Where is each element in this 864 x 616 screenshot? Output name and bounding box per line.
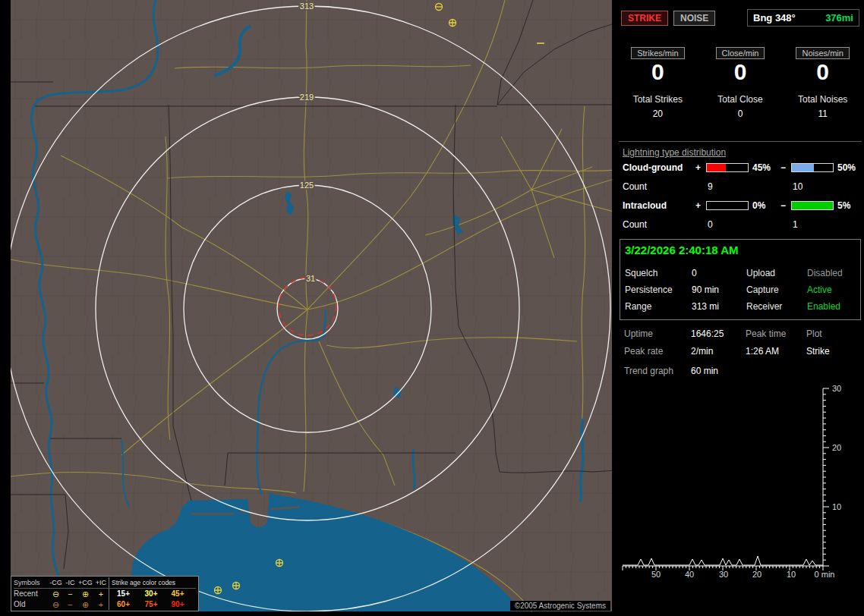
neg-ic-recent-icon: − xyxy=(63,589,77,599)
ring-label-313: 313 xyxy=(300,2,314,11)
ic-plus-percent: 0% xyxy=(749,200,780,211)
legend-symbols-header: Symbols xyxy=(14,577,49,588)
bearing-value: Bng 348° xyxy=(753,12,796,24)
trend-ytick-30: 30 xyxy=(832,384,841,393)
trend-graph-label: Trend graph xyxy=(624,366,691,376)
cloud-ground-label: Cloud-ground xyxy=(623,162,695,173)
trend-ytick-20: 20 xyxy=(832,443,841,452)
total-strikes-label: Total Strikes xyxy=(616,94,699,105)
ic-plus-gauge xyxy=(706,201,749,210)
cg-count-label: Count xyxy=(623,181,695,192)
cg-plus-count: 9 xyxy=(706,181,749,192)
uptime-value: 1646:25 xyxy=(691,328,746,339)
capture-status: Active xyxy=(807,284,856,295)
trend-xtick-50: 50 xyxy=(651,570,661,579)
positive-cg-strike-icon xyxy=(449,20,456,27)
legend-recent-label: Recent xyxy=(14,589,49,599)
section-divider xyxy=(619,141,862,142)
squelch-label: Squelch xyxy=(625,268,692,278)
age-30: 30+ xyxy=(137,589,165,599)
nexstorm-window: 313 219 125 31 Symbols -CG -IC +CG +IC S… xyxy=(0,0,864,616)
noises-per-min-value: 0 xyxy=(781,60,864,84)
ring-label-31: 31 xyxy=(306,274,315,283)
lightning-distribution: Lightning type distribution Cloud-ground… xyxy=(623,147,858,234)
positive-cg-strike-icon xyxy=(276,560,283,567)
total-noises-value: 11 xyxy=(781,108,864,119)
total-noises: Total Noises 11 xyxy=(781,94,864,119)
legend-old-label: Old xyxy=(14,599,49,610)
trend-trace xyxy=(623,556,823,565)
pos-ic-recent-icon: + xyxy=(93,589,109,599)
legend-col-neg-cg: -CG xyxy=(49,577,63,588)
mode-toolbar: STRIKE NOISE Bng 348° 376mi xyxy=(621,9,859,27)
age-60: 60+ xyxy=(109,599,137,610)
trend-y-ticks xyxy=(823,388,829,566)
pos-ic-old-icon: + xyxy=(93,599,109,610)
strikes-per-min-label: Strikes/min xyxy=(631,47,684,59)
total-counters: Total Strikes 20 Total Close 0 Total Noi… xyxy=(616,94,864,119)
copyright-text: ©2005 Astrogenic Systems xyxy=(510,601,610,611)
plus-sign: + xyxy=(695,162,706,173)
rate-counters: Strikes/min 0 Close/min 0 Noises/min 0 xyxy=(616,46,864,84)
total-strikes: Total Strikes 20 xyxy=(616,94,699,119)
trend-xtick-0: 0 min xyxy=(815,570,835,579)
receiver-status: Enabled xyxy=(807,301,856,312)
uptime-label: Uptime xyxy=(624,328,691,339)
total-close-value: 0 xyxy=(699,108,782,119)
neg-ic-old-icon: − xyxy=(63,599,77,610)
trend-graph-value: 60 min xyxy=(691,366,746,376)
cg-plus-percent: 45% xyxy=(749,162,780,173)
upload-status: Disabled xyxy=(807,268,856,278)
current-timestamp: 3/22/2026 2:40:18 AM xyxy=(625,244,856,256)
trend-xtick-10: 10 xyxy=(787,570,796,579)
capture-label: Capture xyxy=(746,284,807,295)
positive-cg-strike-icon xyxy=(215,587,222,594)
persistence-value: 90 min xyxy=(692,284,746,295)
noises-per-min-label: Noises/min xyxy=(796,47,849,59)
age-75: 75+ xyxy=(137,599,165,610)
cg-minus-percent: 50% xyxy=(834,162,864,173)
lightning-map: 313 219 125 31 Symbols -CG -IC +CG +IC S… xyxy=(11,0,612,611)
peak-rate-value: 2/min xyxy=(691,346,746,357)
trend-xtick-40: 40 xyxy=(685,570,694,579)
legend-col-pos-cg: +CG xyxy=(77,577,93,588)
plot-value: Strike xyxy=(806,346,861,357)
plot-label: Plot xyxy=(806,328,861,339)
close-per-min-value: 0 xyxy=(699,60,782,84)
ic-count-label: Count xyxy=(623,219,695,230)
noise-toggle-button[interactable]: NOISE xyxy=(673,11,715,26)
settings-grid: Squelch 0 Upload Disabled Persistence 90… xyxy=(625,268,856,312)
distance-value: 376mi xyxy=(825,12,853,24)
strike-toggle-button[interactable]: STRIKE xyxy=(621,11,668,26)
age-90: 90+ xyxy=(165,599,191,610)
minus-sign: − xyxy=(780,162,791,173)
persistence-label: Persistence xyxy=(625,284,692,295)
legend-col-neg-ic: -IC xyxy=(63,577,77,588)
ring-label-125: 125 xyxy=(300,181,314,190)
trend-graph: 30 20 10 50 40 30 20 10 0 min xyxy=(620,381,861,581)
pos-cg-recent-icon: ⊕ xyxy=(77,589,93,599)
legend-col-pos-ic: +IC xyxy=(93,577,109,588)
ic-minus-count: 1 xyxy=(791,219,834,230)
cg-plus-gauge xyxy=(706,163,749,172)
uptime-stats: Uptime 1646:25 Peak time Plot Peak rate … xyxy=(624,328,861,376)
cg-minus-gauge xyxy=(791,163,834,172)
cg-minus-count: 10 xyxy=(791,181,834,192)
neg-cg-recent-icon: ⊖ xyxy=(49,589,63,599)
squelch-value: 0 xyxy=(692,268,746,278)
intracloud-count-row: Count 0 1 xyxy=(623,215,858,234)
positive-cg-strike-icon xyxy=(233,583,240,589)
total-close-label: Total Close xyxy=(699,94,782,105)
upload-label: Upload xyxy=(746,268,807,278)
noises-per-min: Noises/min 0 xyxy=(781,46,864,84)
bearing-display: Bng 348° 376mi xyxy=(747,9,859,27)
strikes-per-min-value: 0 xyxy=(616,60,699,84)
trend-xtick-30: 30 xyxy=(719,570,728,579)
range-value: 313 mi xyxy=(692,301,746,312)
system-status-box: 3/22/2026 2:40:18 AM Squelch 0 Upload Di… xyxy=(620,239,861,320)
strikes-per-min: Strikes/min 0 xyxy=(616,46,699,84)
trend-axes xyxy=(623,388,823,566)
close-per-min: Close/min 0 xyxy=(699,46,782,84)
total-close: Total Close 0 xyxy=(699,94,782,119)
total-strikes-value: 20 xyxy=(616,108,699,119)
